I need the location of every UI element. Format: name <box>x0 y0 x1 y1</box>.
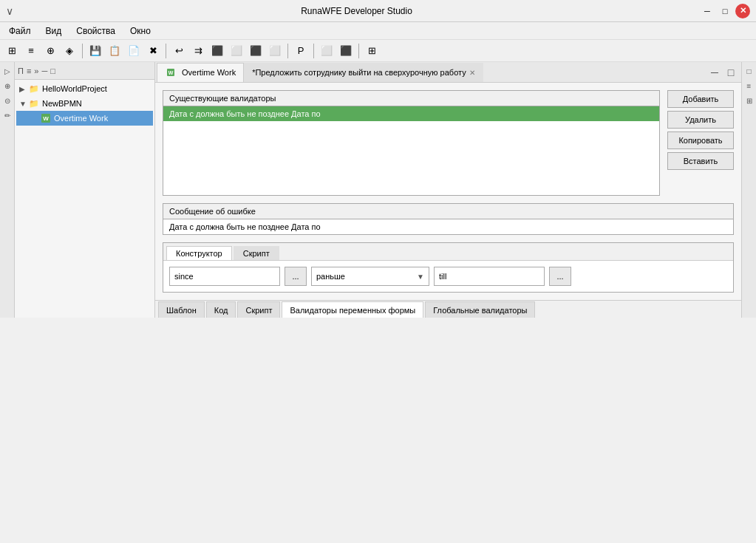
toolbar-btn-5[interactable]: 💾 <box>86 42 104 60</box>
bottom-tabs: Шаблон Код Скрипт Валидаторы переменных … <box>155 300 741 318</box>
tab-close-propose[interactable]: ✕ <box>469 69 475 77</box>
toolbar-btn-3[interactable]: ⊕ <box>41 42 59 60</box>
validators-list: Дата с должна быть не позднее Дата по <box>163 106 659 195</box>
validators-list-header: Существующие валидаторы <box>163 91 659 106</box>
sidebar-tab-min[interactable]: ─ <box>41 66 47 75</box>
right-panel: W Overtime Work *Предложить сотруднику в… <box>155 62 741 318</box>
bottom-tab-script[interactable]: Скрипт <box>237 301 280 318</box>
paste-button[interactable]: Вставить <box>667 152 734 170</box>
close-button[interactable]: ✕ <box>735 4 750 18</box>
window-menu-icon[interactable]: ∨ <box>6 5 13 17</box>
minimize-button[interactable]: ─ <box>700 4 715 18</box>
since-field[interactable] <box>169 267 280 286</box>
toolbar-sep-1 <box>82 44 83 58</box>
toolbar-sep-4 <box>313 44 314 58</box>
tab-constructor[interactable]: Конструктор <box>166 246 232 260</box>
error-section-header: Сообщение об ошибке <box>163 204 733 219</box>
toolbar-btn-14[interactable]: ⬜ <box>266 42 284 60</box>
right-icon-3[interactable]: ⊞ <box>743 95 755 106</box>
menu-file[interactable]: Файл <box>3 24 37 38</box>
error-message-input[interactable] <box>163 219 733 234</box>
till-dots-button[interactable]: ... <box>549 267 571 286</box>
toolbar: ⊞ ≡ ⊕ ◈ 💾 📋 📄 ✖ ↩ ⇉ ⬛ ⬜ ⬛ ⬜ P ⬜ ⬛ ⊞ <box>0 40 756 62</box>
left-icon-3[interactable]: ⊝ <box>1 95 13 106</box>
toolbar-btn-9[interactable]: ↩ <box>170 42 188 60</box>
toolbar-btn-1[interactable]: ⊞ <box>3 42 21 60</box>
toolbar-btn-p[interactable]: P <box>292 42 310 60</box>
constructor-content: ... раньше ▼ ... <box>163 261 733 292</box>
sidebar-tab-п[interactable]: П <box>18 66 24 75</box>
folder-icon-newbpmn: 📁 <box>28 98 40 109</box>
toolbar-btn-17[interactable]: ⊞ <box>363 42 381 60</box>
tab-controls: ─ □ <box>707 65 741 80</box>
tree-item-hello[interactable]: ▶ 📁 HelloWorldProject <box>16 81 153 96</box>
tree-arrow-newbpmn: ▼ <box>19 100 28 108</box>
inner-tabs: Конструктор Скрипт <box>163 243 733 261</box>
maximize-button[interactable]: □ <box>718 4 732 18</box>
right-icon-1[interactable]: □ <box>743 65 755 77</box>
sidebar-tab-chevron[interactable]: » <box>34 66 38 75</box>
add-button[interactable]: Добавить <box>667 90 734 108</box>
toolbar-sep-5 <box>358 44 359 58</box>
menu-bar: Файл Вид Свойства Окно <box>0 22 756 40</box>
title-bar-controls: ─ □ ✕ <box>700 4 750 18</box>
validators-buttons: Добавить Удалить Копировать Вставить <box>667 90 734 196</box>
title-bar-left: ∨ <box>6 5 13 17</box>
toolbar-btn-11[interactable]: ⬛ <box>208 42 226 60</box>
tree-item-overtime[interactable]: W Overtime Work <box>16 111 153 126</box>
toolbar-btn-10[interactable]: ⇉ <box>189 42 207 60</box>
tree-item-newbpmn[interactable]: ▼ 📁 NewBPMN <box>16 96 153 111</box>
delete-button[interactable]: Удалить <box>667 111 734 129</box>
sidebar-tab-lines[interactable]: ≡ <box>27 66 31 75</box>
title-bar: ∨ RunaWFE Developer Studio ─ □ ✕ <box>0 0 756 22</box>
menu-window[interactable]: Окно <box>124 24 157 38</box>
bottom-tab-code[interactable]: Код <box>206 301 236 318</box>
error-section: Сообщение об ошибке <box>163 203 734 235</box>
sidebar-tab-max[interactable]: □ <box>50 66 55 75</box>
validator-item-0[interactable]: Дата с должна быть не позднее Дата по <box>163 106 659 121</box>
left-icon-4[interactable]: ✏ <box>1 109 13 121</box>
left-icon-1[interactable]: ▷ <box>1 65 13 77</box>
toolbar-btn-7[interactable]: 📄 <box>125 42 143 60</box>
till-field[interactable] <box>434 267 545 286</box>
tree-arrow-hello: ▶ <box>19 85 28 93</box>
tab-overtime-work[interactable]: W Overtime Work <box>157 63 244 82</box>
validators-list-container: Существующие валидаторы Дата с должна бы… <box>163 90 660 196</box>
toolbar-btn-8[interactable]: ✖ <box>144 42 162 60</box>
toolbar-btn-12[interactable]: ⬜ <box>228 42 245 60</box>
tab-green-icon: W <box>165 66 177 78</box>
left-icons-panel: ▷ ⊕ ⊝ ✏ <box>0 62 15 318</box>
tab-ctrl-min[interactable]: ─ <box>707 65 722 80</box>
toolbar-btn-4[interactable]: ◈ <box>61 42 78 60</box>
left-icon-2[interactable]: ⊕ <box>1 80 13 92</box>
folder-icon-hello: 📁 <box>28 83 40 95</box>
toolbar-btn-6[interactable]: 📋 <box>106 42 123 60</box>
copy-button[interactable]: Копировать <box>667 132 734 149</box>
toolbar-btn-15[interactable]: ⬜ <box>318 42 336 60</box>
green-box-icon: W <box>40 112 52 124</box>
right-icon-2[interactable]: ≡ <box>743 80 755 92</box>
app-title: RunaWFE Developer Studio <box>13 6 700 16</box>
main-panel: ▷ ⊕ ⊝ ✏ П ≡ » ─ □ ▶ 📁 HelloWorldProject … <box>0 62 756 318</box>
bottom-tab-global-validators[interactable]: Глобальные валидаторы <box>425 301 535 318</box>
since-dots-button[interactable]: ... <box>285 267 307 286</box>
toolbar-sep-2 <box>166 44 166 58</box>
toolbar-btn-13[interactable]: ⬛ <box>247 42 265 60</box>
sidebar: П ≡ » ─ □ ▶ 📁 HelloWorldProject ▼ 📁 NewB… <box>15 62 155 318</box>
bottom-tab-template[interactable]: Шаблон <box>158 301 205 318</box>
validators-section: Существующие валидаторы Дата с должна бы… <box>163 90 734 196</box>
constructor-area: Конструктор Скрипт ... раньше ▼ ... <box>163 242 734 293</box>
toolbar-btn-16[interactable]: ⬛ <box>337 42 355 60</box>
editor-area: Существующие валидаторы Дата с должна бы… <box>155 83 741 300</box>
tab-ctrl-max[interactable]: □ <box>723 65 738 80</box>
menu-view[interactable]: Вид <box>40 24 68 38</box>
tab-script[interactable]: Скрипт <box>234 246 279 260</box>
condition-dropdown[interactable]: раньше ▼ <box>311 267 429 286</box>
bottom-tab-form-validators[interactable]: Валидаторы переменных формы <box>282 301 423 318</box>
sidebar-content: ▶ 📁 HelloWorldProject ▼ 📁 NewBPMN W Over… <box>15 80 154 318</box>
right-icons-panel: □ ≡ ⊞ <box>741 62 756 318</box>
tab-propose[interactable]: *Предложить сотруднику выйти на сверхуро… <box>244 63 483 82</box>
menu-properties[interactable]: Свойства <box>70 24 121 38</box>
toolbar-btn-2[interactable]: ≡ <box>22 42 40 60</box>
dropdown-arrow-icon: ▼ <box>417 273 424 281</box>
